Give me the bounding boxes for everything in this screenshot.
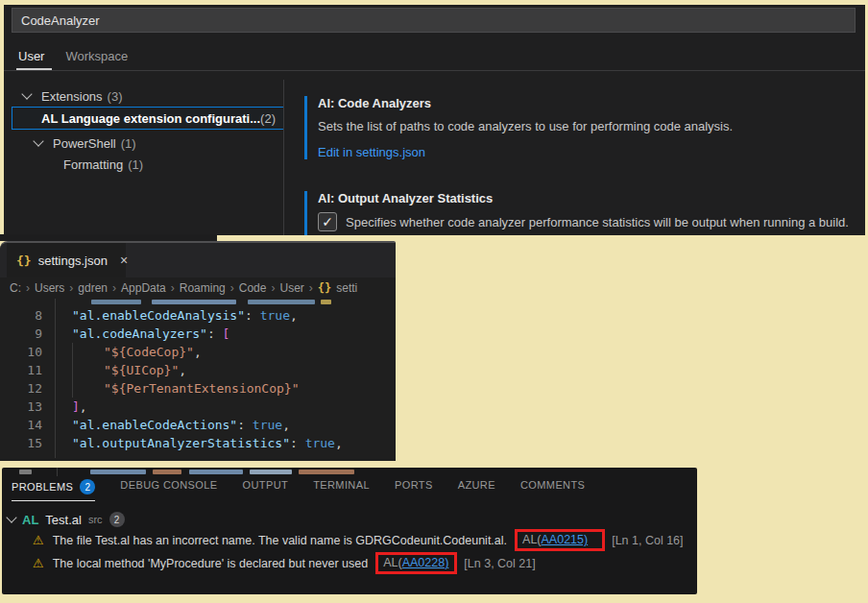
- clipped-code-fragment: [153, 470, 181, 474]
- problem-location: [Ln 1, Col 16]: [612, 534, 683, 547]
- code-text: "${UICop}",: [42, 361, 186, 379]
- breadcrumb-item[interactable]: AppData: [121, 281, 166, 295]
- problems-file-row[interactable]: AL Test.al src 2: [8, 510, 125, 529]
- code-token: true: [260, 308, 290, 323]
- code-token: :: [245, 308, 260, 323]
- tree-item-powershell[interactable]: PowerShell (1): [4, 133, 136, 154]
- toc-splitter[interactable]: [283, 80, 284, 235]
- line-number: 10: [0, 343, 42, 361]
- setting-code-analyzers: Al: Code Analyzers Sets the list of path…: [304, 96, 856, 159]
- panel-tab-label: AZURE: [458, 479, 495, 491]
- editor-tab-bar: {} settings.json ×: [0, 243, 396, 277]
- warning-icon: ⚠: [33, 556, 44, 570]
- problems-count-badge: 2: [80, 479, 95, 494]
- tree-item-al-language-selected[interactable]: AL Language extension configurati... (2): [12, 107, 284, 130]
- tab-label: settings.json: [38, 253, 108, 268]
- code-token: [: [223, 326, 230, 341]
- panel-tab-label: TERMINAL: [313, 479, 370, 491]
- screenshot-canvas: User Workspace Extensions (3) AL Languag…: [0, 0, 868, 603]
- panel-tab-problems[interactable]: PROBLEMS2: [12, 479, 95, 501]
- breadcrumb-item[interactable]: Users: [35, 281, 64, 295]
- breadcrumb-separator: ›: [112, 281, 116, 295]
- panel-tab-output[interactable]: OUTPUT: [243, 479, 289, 496]
- code-token: true: [253, 418, 282, 432]
- settings-scope-tabs: User Workspace: [18, 49, 128, 63]
- tree-item-extensions[interactable]: Extensions (3): [4, 85, 122, 107]
- panel-tab-label: DEBUG CONSOLE: [120, 479, 217, 491]
- breadcrumb-item[interactable]: User: [279, 281, 303, 295]
- edit-in-settings-json-link[interactable]: Edit in settings.json: [318, 145, 856, 159]
- code-token: :: [207, 326, 223, 341]
- breadcrumb-separator: ›: [230, 281, 234, 295]
- problem-code-link[interactable]: AA0228): [402, 556, 449, 569]
- settings-editor-panel: User Workspace Extensions (3) AL Languag…: [4, 5, 865, 235]
- problem-message: The local method 'MyProcedure' is declar…: [53, 557, 369, 570]
- code-line[interactable]: 11"${UICop}",: [0, 361, 396, 379]
- code-token: "${PerTenantExtensionCop}": [104, 381, 300, 396]
- breadcrumb-item[interactable]: setti: [336, 281, 357, 295]
- breadcrumb-separator: ›: [271, 281, 275, 295]
- code-text: "al.enableCodeAnalysis": true,: [42, 306, 298, 325]
- tabs-separator: [4, 70, 865, 71]
- code-token: ,: [80, 399, 87, 414]
- code-line[interactable]: 9"al.codeAnalyzers": [: [0, 325, 396, 343]
- file-language-label: AL: [22, 513, 38, 527]
- indent-guide: [57, 468, 58, 476]
- code-line[interactable]: 15"al.outputAnalyzerStatistics": true,: [0, 434, 396, 452]
- setting-title: Al: Code Analyzers: [318, 96, 856, 110]
- panel-tab-terminal[interactable]: TERMINAL: [313, 479, 370, 496]
- code-area[interactable]: 8"al.enableCodeAnalysis": true,9"al.code…: [0, 299, 396, 461]
- panel-tab-debug-console[interactable]: DEBUG CONSOLE: [120, 479, 217, 496]
- breadcrumb-item[interactable]: Roaming: [180, 281, 226, 295]
- active-tab-underline: [16, 68, 52, 70]
- breadcrumb-item[interactable]: C:: [10, 281, 21, 295]
- code-token: ,: [335, 436, 343, 450]
- setting-output-analyzer-statistics: Al: Output Analyzer Statistics ✓ Specifi…: [304, 191, 865, 235]
- code-token: true: [305, 436, 335, 450]
- settings-search-input[interactable]: [12, 8, 856, 33]
- panel-tab-ports[interactable]: PORTS: [395, 479, 433, 496]
- setting-description: Sets the list of paths to code analyzers…: [318, 119, 856, 133]
- tree-item-formatting[interactable]: Formatting (1): [4, 154, 143, 175]
- code-text: "al.enableCodeActions": true,: [42, 416, 290, 434]
- code-line[interactable]: 8"al.enableCodeAnalysis": true,: [0, 306, 396, 325]
- clipped-code-fragment: [248, 300, 315, 304]
- chevron-down-icon: [21, 88, 32, 99]
- tab-settings-json[interactable]: {} settings.json ×: [7, 243, 126, 277]
- line-number: 8: [0, 306, 42, 325]
- problem-code-link[interactable]: AA0215): [542, 533, 589, 546]
- tree-item-label: PowerShell: [53, 136, 116, 151]
- clipped-code-fragment: [321, 300, 331, 304]
- code-text: "${PerTenantExtensionCop}": [42, 379, 300, 398]
- tree-item-count: (1): [121, 136, 136, 151]
- problems-panel: PROBLEMS2DEBUG CONSOLEOUTPUTTERMINALPORT…: [2, 468, 697, 594]
- line-number: 9: [0, 325, 42, 343]
- panel-tab-azure[interactable]: AZURE: [458, 479, 495, 496]
- code-token: ,: [179, 363, 186, 377]
- editor-top-fragment: [0, 234, 217, 241]
- problem-count-badge: 2: [109, 512, 125, 527]
- annotation-red-box: AL( AA0228): [375, 552, 457, 574]
- panel-tab-comments[interactable]: COMMENTS: [520, 479, 585, 496]
- checkbox-checked[interactable]: ✓: [318, 212, 337, 231]
- line-number: 11: [0, 361, 42, 379]
- close-icon[interactable]: ×: [120, 253, 128, 268]
- tab-user[interactable]: User: [18, 49, 44, 63]
- breadcrumb: C:›Users›gdren›AppData›Roaming›Code›User…: [10, 277, 394, 299]
- code-line[interactable]: 10"${CodeCop}",: [0, 343, 396, 361]
- tree-item-label: AL Language extension configurati...: [41, 111, 260, 126]
- code-line[interactable]: 13],: [0, 398, 396, 416]
- code-line[interactable]: 12"${PerTenantExtensionCop}": [0, 379, 396, 398]
- panel-tab-label: PROBLEMS: [12, 481, 73, 493]
- line-number: 15: [0, 434, 42, 452]
- tab-workspace[interactable]: Workspace: [65, 49, 128, 63]
- breadcrumb-item[interactable]: Code: [239, 281, 267, 295]
- code-token: "${CodeCop}": [104, 345, 194, 359]
- code-token: "al.enableCodeAnalysis": [72, 308, 245, 323]
- problem-row-aa0215[interactable]: ⚠ The file Test.al has an incorrect name…: [2, 529, 684, 551]
- breadcrumb-item[interactable]: gdren: [78, 281, 108, 295]
- problem-source: AL(: [522, 533, 541, 546]
- problem-row-aa0228[interactable]: ⚠ The local method 'MyProcedure' is decl…: [2, 552, 536, 574]
- code-line[interactable]: 14"al.enableCodeActions": true,: [0, 416, 396, 434]
- code-token: ,: [290, 308, 298, 323]
